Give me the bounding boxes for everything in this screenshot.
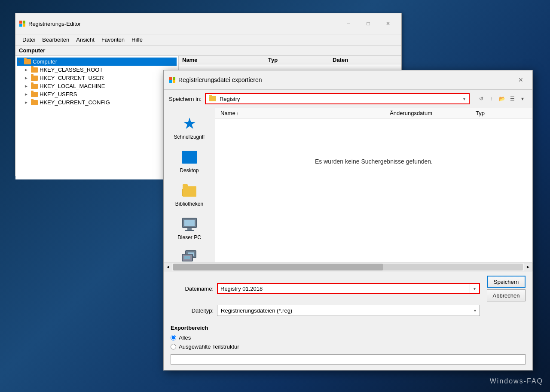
location-label: Speichern in: — [169, 96, 202, 102]
filename-dropdown-arrow[interactable]: ▾ — [470, 284, 479, 293]
dialog-content: ★ Schnellzugriff Desktop — [164, 108, 532, 262]
sidebar-dieser-pc-label: Dieser PC — [177, 234, 201, 240]
horizontal-scrollbar[interactable]: ◄ ► — [164, 262, 532, 271]
up-icon[interactable]: ↑ — [487, 94, 496, 103]
export-section-title: Exportbereich — [171, 325, 526, 331]
scroll-left-arrow[interactable]: ◄ — [164, 263, 172, 271]
tree-label-hkey-classes-root: HKEY_CLASSES_ROOT — [40, 67, 103, 73]
pc-icon — [181, 216, 198, 233]
cancel-button[interactable]: Abbrechen — [487, 289, 526, 301]
folder-icon — [31, 100, 38, 105]
col-name: Name — [182, 57, 268, 63]
chevron-down-icon: ▾ — [474, 308, 476, 313]
filetype-text: Registrierungsdateien (*.reg) — [221, 307, 474, 314]
location-dropdown[interactable]: Registry ▾ — [205, 93, 470, 104]
menu-bearbeiten[interactable]: Bearbeiten — [39, 35, 73, 44]
radio-alles-label[interactable]: Alles — [179, 334, 191, 341]
tree-item-hkey-classes-root[interactable]: ► HKEY_CLASSES_ROOT — [24, 66, 177, 74]
libraries-icon — [181, 182, 198, 199]
scroll-track[interactable] — [173, 264, 523, 270]
tree-label-hkey-current-user: HKEY_CURRENT_USER — [40, 75, 104, 81]
filename-label: Dateiname: — [171, 286, 214, 292]
filename-input-wrapper[interactable]: ▾ — [217, 283, 480, 294]
tree-item-hkey-current-config[interactable]: ► HKEY_CURRENT_CONFIG — [24, 98, 177, 106]
menu-hilfe[interactable]: Hilfe — [128, 35, 146, 44]
registry-editor-title: Registrierungs-Editor — [28, 21, 339, 27]
chevron-right-icon: ► — [24, 92, 31, 97]
chevron-down-icon: ▼ — [17, 59, 24, 64]
tree-item-hkey-local-machine[interactable]: ► HKEY_LOCAL_MACHINE — [24, 82, 177, 90]
dialog-close-button[interactable]: ✕ — [514, 75, 527, 85]
files-empty-message: Es wurden keine Suchergebnisse gefunden. — [215, 119, 532, 204]
files-header: Name Änderungsdatum Typ — [215, 108, 532, 119]
export-dialog: Registrierungsdatei exportieren ✕ Speich… — [163, 70, 533, 371]
tree-label-computer: Computer — [33, 58, 57, 65]
scroll-thumb[interactable] — [173, 264, 383, 270]
tree-label-hkey-local-machine: HKEY_LOCAL_MACHINE — [40, 83, 105, 89]
sidebar-schnellzugriff-label: Schnellzugriff — [174, 134, 205, 140]
scroll-right-arrow[interactable]: ► — [524, 263, 532, 271]
folder-icon — [31, 76, 38, 81]
filetype-label: Dateityp: — [171, 307, 214, 314]
menu-favoriten[interactable]: Favoriten — [98, 35, 128, 44]
sidebar-item-dieser-pc[interactable]: Dieser PC — [164, 212, 215, 244]
dialog-files: Name Änderungsdatum Typ Es wurden keine … — [215, 108, 532, 262]
sidebar-item-bibliotheken[interactable]: Bibliotheken — [164, 179, 215, 210]
tree-item-hkey-current-user[interactable]: ► HKEY_CURRENT_USER — [24, 74, 177, 82]
registry-editor-titlebar: Registrierungs-Editor – □ ✕ — [15, 13, 401, 34]
action-buttons: Speichern Abbrechen — [487, 276, 526, 301]
registry-tree[interactable]: ▼ Computer ► HKEY_CLASSES_ROOT ► HKEY_CU… — [15, 56, 179, 179]
export-path-input[interactable] — [171, 354, 526, 365]
registry-editor-controls: – □ ✕ — [339, 17, 398, 30]
sidebar-item-schnellzugriff[interactable]: ★ Schnellzugriff — [164, 112, 215, 143]
new-folder-icon[interactable]: 📂 — [497, 94, 507, 103]
view-icon[interactable]: ☰ — [507, 94, 517, 103]
maximize-button[interactable]: □ — [358, 17, 378, 30]
menu-datei[interactable]: Datei — [19, 35, 39, 44]
folder-icon — [31, 67, 38, 73]
tree-item-hkey-users[interactable]: ► HKEY_USERS — [24, 90, 177, 98]
values-header: Name Typ Daten — [179, 56, 401, 64]
close-button[interactable]: ✕ — [378, 17, 398, 30]
minimize-button[interactable]: – — [339, 17, 358, 30]
chevron-right-icon: ► — [24, 67, 31, 72]
toolbar-icons: ↺ ↑ 📂 ☰ ▾ — [477, 94, 527, 103]
location-bar: Speichern in: Registry ▾ ↺ ↑ 📂 ☰ ▾ — [164, 90, 532, 108]
files-col-type: Typ — [476, 110, 527, 116]
watermark: Windows-FAQ — [490, 377, 543, 385]
sidebar-bibliotheken-label: Bibliotheken — [175, 201, 203, 207]
tree-label-hkey-current-config: HKEY_CURRENT_CONFIG — [40, 99, 110, 106]
view-dropdown-icon[interactable]: ▾ — [518, 94, 527, 103]
radio-alles[interactable] — [171, 335, 176, 340]
filename-input[interactable] — [218, 286, 470, 292]
menu-ansicht[interactable]: Ansicht — [73, 35, 98, 44]
filetype-dropdown[interactable]: Registrierungsdateien (*.reg) ▾ — [217, 305, 480, 316]
tree-item-computer[interactable]: ▼ Computer — [17, 58, 177, 66]
sidebar-item-netzwerk[interactable]: Netzwerk — [164, 246, 215, 262]
radio-teilstruktur-label[interactable]: Ausgewählte Teilstruktur — [179, 343, 239, 350]
files-col-name[interactable]: Name — [220, 110, 390, 116]
col-typ: Typ — [268, 57, 333, 63]
chevron-right-icon: ► — [24, 84, 31, 88]
address-bar[interactable]: Computer — [15, 46, 401, 56]
chevron-right-icon: ► — [24, 76, 31, 80]
files-col-date: Änderungsdatum — [390, 110, 476, 116]
registry-editor-menubar: Datei Bearbeiten Ansicht Favoriten Hilfe — [15, 34, 401, 46]
dialog-titlebar: Registrierungsdatei exportieren ✕ — [164, 70, 532, 90]
radio-teilstruktur[interactable] — [171, 344, 176, 349]
folder-icon — [31, 84, 38, 89]
sidebar-item-desktop[interactable]: Desktop — [164, 145, 215, 177]
sidebar-desktop-label: Desktop — [180, 167, 199, 173]
export-radio-alles: Alles — [171, 334, 526, 341]
dialog-body: Speichern in: Registry ▾ ↺ ↑ 📂 ☰ ▾ ★ — [164, 90, 532, 369]
chevron-down-icon: ▾ — [463, 97, 465, 101]
save-button[interactable]: Speichern — [487, 276, 526, 288]
network-icon — [181, 249, 198, 262]
folder-icon — [24, 59, 31, 64]
export-radio-teilstruktur: Ausgewählte Teilstruktur — [171, 343, 526, 350]
chevron-right-icon: ► — [24, 100, 31, 105]
back-icon[interactable]: ↺ — [477, 94, 486, 103]
folder-icon — [31, 92, 38, 97]
dialog-title: Registrierungsdatei exportieren — [178, 76, 514, 83]
location-text: Registry — [220, 96, 463, 102]
